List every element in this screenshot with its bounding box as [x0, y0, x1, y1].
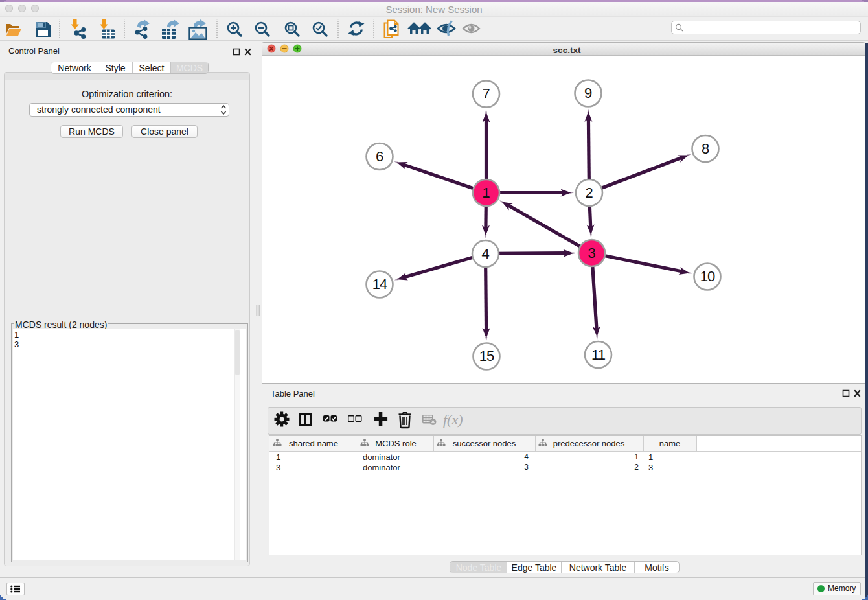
- svg-text:4: 4: [481, 246, 489, 262]
- svg-text:14: 14: [372, 276, 387, 292]
- svg-text:7: 7: [482, 86, 490, 102]
- svg-text:15: 15: [479, 348, 494, 364]
- svg-text:8: 8: [702, 141, 709, 157]
- svg-text:6: 6: [376, 148, 383, 165]
- svg-text:10: 10: [700, 268, 715, 284]
- svg-text:9: 9: [584, 85, 592, 101]
- svg-text:f(x): f(x): [443, 411, 463, 428]
- svg-text:11: 11: [591, 347, 606, 363]
- svg-text:1: 1: [482, 185, 490, 201]
- svg-text:3: 3: [588, 245, 595, 261]
- svg-text:2: 2: [585, 185, 593, 201]
